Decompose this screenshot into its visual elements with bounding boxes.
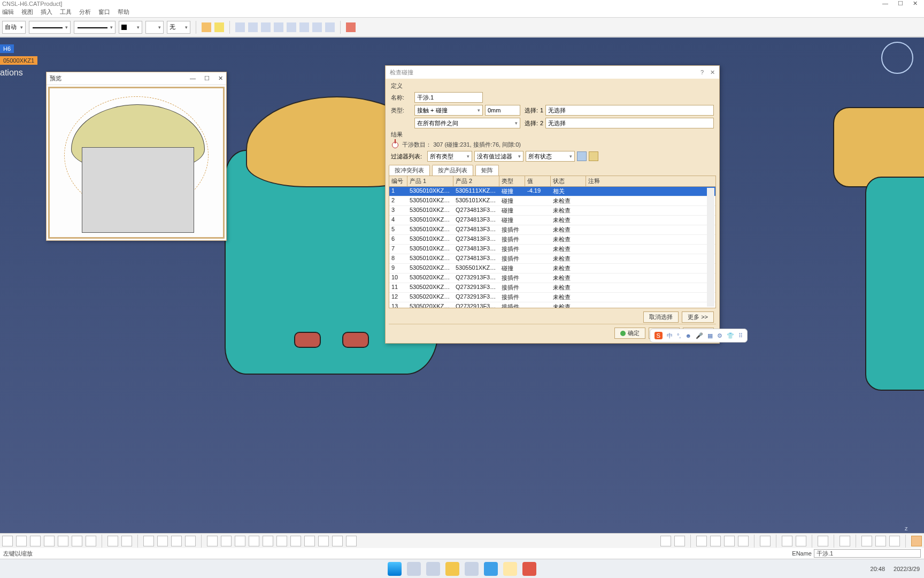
table-row[interactable]: 115305020XKZ1...Q2732913F3E...接插件未检查 [389,283,715,293]
normal-view-icon[interactable] [276,536,287,546]
selection-2-input[interactable]: 无选择 [545,118,714,128]
export-icon[interactable] [589,151,598,161]
spec-tree[interactable]: H6 05000XKZ1 ations [0,44,37,78]
clearance-input[interactable]: 0mm [485,105,520,116]
redo-icon[interactable] [72,536,82,546]
table-row[interactable]: 125305020XKZ1...Q2732913F3E...接插件未检查 [389,293,715,302]
wire-icon[interactable] [332,536,343,546]
tab-product-list[interactable]: 按产品列表 [432,165,473,176]
maximize-icon[interactable]: ☐ [898,0,903,7]
ename-input[interactable]: 干涉.1 [814,549,921,558]
filter-status-select[interactable]: 所有状态 [526,151,575,162]
iso-view-icon[interactable] [304,536,315,546]
ime-emoji-icon[interactable]: ☻ [685,332,691,339]
material-icon[interactable] [875,536,886,546]
app-icon[interactable] [503,562,517,576]
preview-close-icon[interactable]: ✕ [218,75,223,82]
preview-maximize-icon[interactable]: ☐ [204,75,210,82]
table-row[interactable]: 45305010XKZ1...Q2734813F3E...碰撞未检查 [389,216,715,225]
menu-window[interactable]: 窗口 [98,8,110,16]
combo-line-style[interactable] [74,21,116,34]
grid-icon[interactable] [911,536,922,546]
grid-scrollbar[interactable] [707,188,714,307]
hlr-icon[interactable] [346,536,357,546]
copy-icon[interactable] [30,536,41,546]
filter-window-icon[interactable] [577,151,587,161]
start-icon[interactable] [388,562,402,576]
preview-viewport[interactable] [48,87,225,239]
tab-conflict-list[interactable]: 按冲突列表 [389,165,430,176]
step-icon[interactable] [274,22,283,32]
table-row[interactable]: 15305010XKZ1...5305111XKZ1...碰撞-4.19相关 [389,187,715,196]
dialog-titlebar[interactable]: 检查碰撞 ? ✕ [386,66,719,79]
record-icon[interactable] [235,22,245,32]
col-comment[interactable]: 注释 [586,176,715,186]
combo-auto[interactable]: 自动 [2,21,26,34]
table-row[interactable]: 95305020XKZ1...5305501XKZ1...碰撞未检查 [389,264,715,273]
selection-1-input[interactable]: 无选择 [545,105,714,116]
col-value[interactable]: 值 [525,176,551,186]
ime-settings-icon[interactable]: ⚙ [717,332,722,339]
multi-view-icon[interactable] [290,536,301,546]
table-row[interactable]: 25305010XKZ1...5305101XKZ1...碰撞未检查 [389,196,715,206]
table-row[interactable]: 75305010XKZ1...Q2734813F3E...接插件未检查 [389,245,715,254]
tree-child[interactable]: 05000XKZ1 [0,56,37,65]
table-row[interactable]: 85305010XKZ1...Q2734813F3E...接插件未检查 [389,254,715,264]
step5-icon[interactable] [325,22,335,32]
measure2-icon[interactable] [674,536,685,546]
table-row[interactable]: 55305010XKZ1...Q2734813F3E...接插件未检查 [389,225,715,235]
ime-grid-icon[interactable]: ⠿ [738,332,743,339]
tree-leaf[interactable]: ations [0,68,37,78]
dialog-help-icon[interactable]: ? [700,69,704,76]
preview-minimize-icon[interactable]: — [190,75,196,82]
marker-icon[interactable] [346,22,356,32]
band-icon[interactable] [738,536,749,546]
ime-punct-icon[interactable]: °, [677,332,681,339]
annotation-icon[interactable] [818,536,828,546]
tree-root[interactable]: H6 [0,44,14,53]
fit-all-icon[interactable] [207,536,218,546]
menu-edit[interactable]: 编辑 [2,8,14,16]
layer-icon[interactable] [185,536,196,546]
rotate-icon[interactable] [235,536,245,546]
eraser-icon[interactable] [214,22,224,32]
recorder-icon[interactable] [522,562,536,576]
result-grid[interactable]: 编号 产品 1 产品 2 类型 值 状态 注释 15305010XKZ1...5… [389,176,716,308]
edge-icon[interactable] [484,562,498,576]
undo-icon[interactable] [58,536,68,546]
type-select[interactable]: 接触 + 碰撞 [414,105,483,116]
ime-keyboard-icon[interactable]: ▦ [707,332,713,339]
ime-lang[interactable]: 中 [667,332,673,340]
explorer-icon[interactable] [445,562,459,576]
select-icon[interactable] [86,536,96,546]
ime-user-icon[interactable]: 👕 [727,332,734,339]
distance-icon[interactable] [724,536,735,546]
menu-view[interactable]: 视图 [21,8,33,16]
print-icon[interactable] [2,536,13,546]
widgets-icon[interactable] [465,562,479,576]
col-status[interactable]: 状态 [551,176,586,186]
combo-none[interactable]: 无 [167,21,190,34]
step2-icon[interactable] [287,22,296,32]
table-row[interactable]: 65305010XKZ1...Q2734813F3E...接插件未检查 [389,235,715,245]
name-input[interactable]: 干涉.1 [414,92,483,103]
camera-icon[interactable] [782,536,792,546]
stop-icon[interactable] [261,22,271,32]
knowledge-icon[interactable] [121,536,132,546]
ok-button[interactable]: 确定 [614,328,645,339]
more-button[interactable]: 更多 >> [682,311,714,323]
shade-icon[interactable] [318,536,329,546]
geo-icon[interactable] [171,536,182,546]
measure-icon[interactable] [660,536,671,546]
filter-type-select[interactable]: 所有类型 [427,151,472,162]
step4-icon[interactable] [312,22,322,32]
zoom-in-icon[interactable] [249,536,259,546]
brush-icon[interactable] [202,22,211,32]
table-row[interactable]: 35305010XKZ1...Q2734813F3E...碰撞未检查 [389,206,715,216]
group-icon[interactable] [760,536,771,546]
paste-icon[interactable] [44,536,55,546]
step3-icon[interactable] [299,22,309,32]
pan-icon[interactable] [221,536,232,546]
combo-layer[interactable] [145,21,164,34]
table-icon[interactable] [143,536,154,546]
